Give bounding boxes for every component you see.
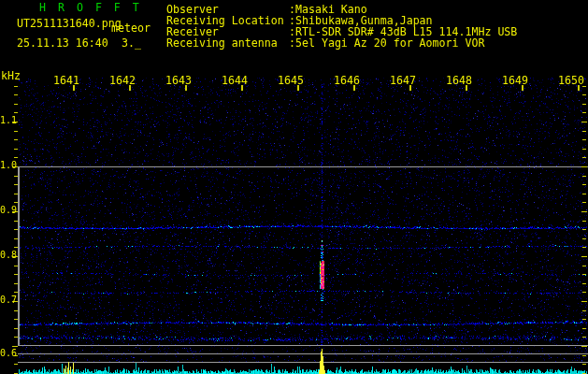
receiving-antenna-colon: : (289, 37, 295, 49)
time-tick-label-1643: 1643 (165, 75, 192, 86)
freq-tick-label-1-1: 1.1 (0, 116, 17, 125)
time-tick-label-1648: 1648 (446, 75, 472, 86)
time-tick-label-1642: 1642 (109, 75, 136, 86)
receiving-antenna-value: 5el Yagi Az 20 for Aomori VOR (295, 37, 484, 49)
app-title: H R O F F T (39, 2, 142, 13)
freq-tick-label-1-0: 1.0 (0, 161, 17, 170)
freq-tick-label-0-8: 0.8 (0, 251, 17, 260)
filename-label: UT2511131640.png (17, 18, 122, 29)
time-tick-label-1650: 1650 (558, 75, 584, 86)
freq-tick-label-0-7: 0.7 (0, 295, 17, 305)
time-tick-label-1646: 1646 (334, 75, 360, 86)
khz-axis-label: kHz (1, 70, 21, 81)
hrofft-screen: H R O F F T UT2511131640.png meteor 25.1… (0, 0, 588, 374)
echo-count: 3._ (122, 37, 141, 49)
time-tick-label-1645: 1645 (278, 75, 304, 86)
time-tick-label-1644: 1644 (222, 75, 248, 86)
time-tick-label-1647: 1647 (390, 75, 416, 86)
receiving-antenna-label: Receiving antenna (166, 37, 278, 49)
spectrogram-canvas (0, 0, 588, 374)
tag-label: meteor (111, 22, 151, 34)
freq-tick-label-0-6: 0.6 (0, 349, 17, 358)
datetime-label: 25.11.13 16:40 (17, 37, 108, 49)
freq-tick-label-0-9: 0.9 (0, 206, 17, 215)
time-tick-label-1649: 1649 (502, 75, 528, 86)
time-tick-label-1641: 1641 (53, 75, 79, 86)
